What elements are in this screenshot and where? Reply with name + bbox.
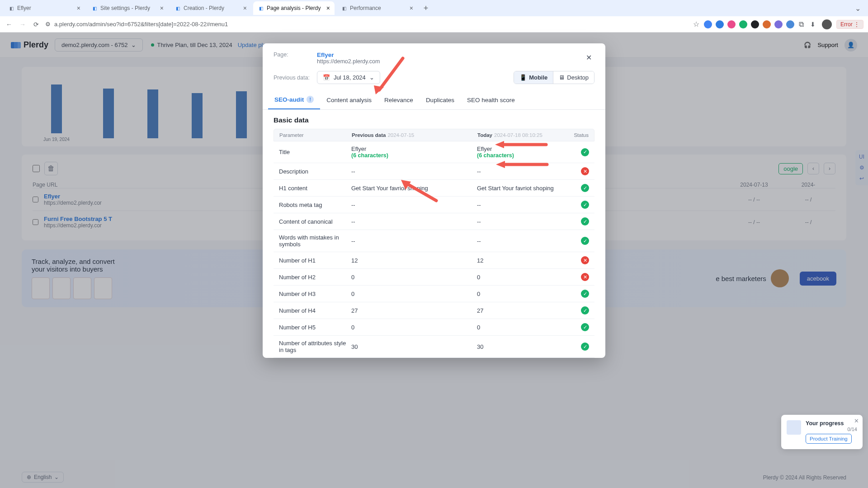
data-row: H1 contentGet Start Your favriot shoping… <box>274 180 594 197</box>
page-analysis-modal: Page: Eflyer https://demo2.plerdy.com ✕ … <box>263 43 605 358</box>
chevron-down-icon: ⌄ <box>369 74 374 81</box>
data-row: Number of H300✓ <box>274 286 594 302</box>
browser-tab[interactable]: ◧Creation - Plerdy× <box>170 1 251 15</box>
data-row: Content of canonical----✓ <box>274 213 594 230</box>
prev-data-label: Previous data: <box>274 75 310 81</box>
data-row: TitleEflyer(6 characters)Eflyer(6 charac… <box>274 141 594 163</box>
data-table-header: Parameter Previous data2024-07-15 Today2… <box>274 129 594 141</box>
error-chip[interactable]: Error ⋮ <box>836 20 863 29</box>
forward-button[interactable]: → <box>18 21 27 28</box>
data-row: Number of H500✓ <box>274 319 594 336</box>
browser-tab[interactable]: ◧Performance× <box>336 1 418 15</box>
progress-count: 0/14 <box>806 427 857 432</box>
close-icon[interactable]: × <box>160 5 164 12</box>
data-row: Number of H200✕ <box>274 269 594 286</box>
bookmark-icon[interactable]: ☆ <box>693 20 699 28</box>
data-row: Description----✕ <box>274 163 594 180</box>
extension-icon[interactable] <box>704 20 712 28</box>
data-row: Words with mistakes in symbols----✓ <box>274 230 594 252</box>
browser-tab[interactable]: ◧Site settings - Plerdy× <box>87 1 168 15</box>
status-ok-icon: ✓ <box>581 148 589 156</box>
extensions-row <box>704 20 794 28</box>
reload-button[interactable]: ⟳ <box>32 21 41 28</box>
extension-icon[interactable] <box>739 20 747 28</box>
extension-icon[interactable] <box>774 20 783 28</box>
data-row: Number of attributes style in tags3030✓ <box>274 336 594 358</box>
data-row: Number of H42727✓ <box>274 302 594 319</box>
close-icon[interactable]: ✕ <box>854 418 859 424</box>
modal-page-title[interactable]: Eflyer <box>317 52 380 58</box>
device-toggle: 📱Mobile 🖥Desktop <box>514 71 594 84</box>
mascot-icon <box>787 420 801 435</box>
modal-tab[interactable]: Content analysis <box>320 90 378 109</box>
data-row: Robots meta tag----✓ <box>274 197 594 213</box>
section-title: Basic data <box>274 116 594 124</box>
close-icon[interactable]: × <box>77 5 80 12</box>
browser-tab[interactable]: ◧Page analysis - Plerdy× <box>253 1 335 15</box>
site-info-icon[interactable]: ⚙ <box>45 21 51 28</box>
extensions-menu-icon[interactable]: ⧉ <box>799 20 804 28</box>
modal-tab[interactable]: Relevance <box>378 90 420 109</box>
desktop-icon: 🖥 <box>559 74 565 81</box>
modal-page-url: https://demo2.plerdy.com <box>317 58 380 65</box>
modal-tabs: SEO-audit!Content analysisRelevanceDupli… <box>263 90 605 110</box>
status-ok-icon: ✓ <box>581 343 589 351</box>
status-ok-icon: ✓ <box>581 323 589 331</box>
progress-card: ✕ Your progress 0/14 Product Training <box>781 415 863 449</box>
calendar-icon: 📅 <box>323 74 330 81</box>
extension-icon[interactable] <box>751 20 759 28</box>
extension-icon[interactable] <box>716 20 724 28</box>
browser-tab-strip: ◧Eflyer×◧Site settings - Plerdy×◧Creatio… <box>0 0 868 16</box>
progress-title: Your progress <box>806 420 857 427</box>
back-button[interactable]: ← <box>5 21 14 28</box>
product-training-button[interactable]: Product Training <box>806 434 852 444</box>
modal-tab[interactable]: Duplicates <box>420 90 461 109</box>
status-error-icon: ✕ <box>581 273 589 281</box>
new-tab-button[interactable]: + <box>420 4 432 13</box>
modal-tab[interactable]: SEO health score <box>461 90 521 109</box>
extension-icon[interactable] <box>763 20 771 28</box>
status-error-icon: ✕ <box>581 167 589 175</box>
status-ok-icon: ✓ <box>581 217 589 225</box>
close-icon[interactable]: × <box>243 5 247 12</box>
status-ok-icon: ✓ <box>581 184 589 192</box>
close-icon[interactable]: × <box>410 5 413 12</box>
extension-icon[interactable] <box>786 20 794 28</box>
status-ok-icon: ✓ <box>581 290 589 298</box>
close-button[interactable]: ✕ <box>583 52 594 63</box>
download-icon[interactable]: ⬇ <box>808 21 817 28</box>
status-ok-icon: ✓ <box>581 237 589 245</box>
extension-icon[interactable] <box>727 20 736 28</box>
mobile-icon: 📱 <box>519 74 527 81</box>
status-error-icon: ✕ <box>581 256 589 264</box>
status-ok-icon: ✓ <box>581 201 589 209</box>
url-text: a.plerdy.com/admin/seo?id=6752&filters[d… <box>54 21 228 28</box>
page-label: Page: <box>274 52 310 58</box>
tab-overflow-button[interactable]: ⌄ <box>851 4 864 13</box>
date-picker[interactable]: 📅 Jul 18, 2024 ⌄ <box>317 71 380 84</box>
browser-tab[interactable]: ◧Eflyer× <box>4 1 85 15</box>
close-icon[interactable]: × <box>326 5 330 12</box>
tab-badge-icon: ! <box>307 96 314 103</box>
modal-tab[interactable]: SEO-audit! <box>268 90 320 109</box>
profile-avatar[interactable] <box>822 19 832 29</box>
desktop-toggle[interactable]: 🖥Desktop <box>553 71 594 84</box>
data-row: Number of H11212✕ <box>274 252 594 269</box>
status-ok-icon: ✓ <box>581 306 589 314</box>
mobile-toggle[interactable]: 📱Mobile <box>514 71 553 84</box>
address-bar: ← → ⟳ ⚙ a.plerdy.com/admin/seo?id=6752&f… <box>0 16 868 33</box>
